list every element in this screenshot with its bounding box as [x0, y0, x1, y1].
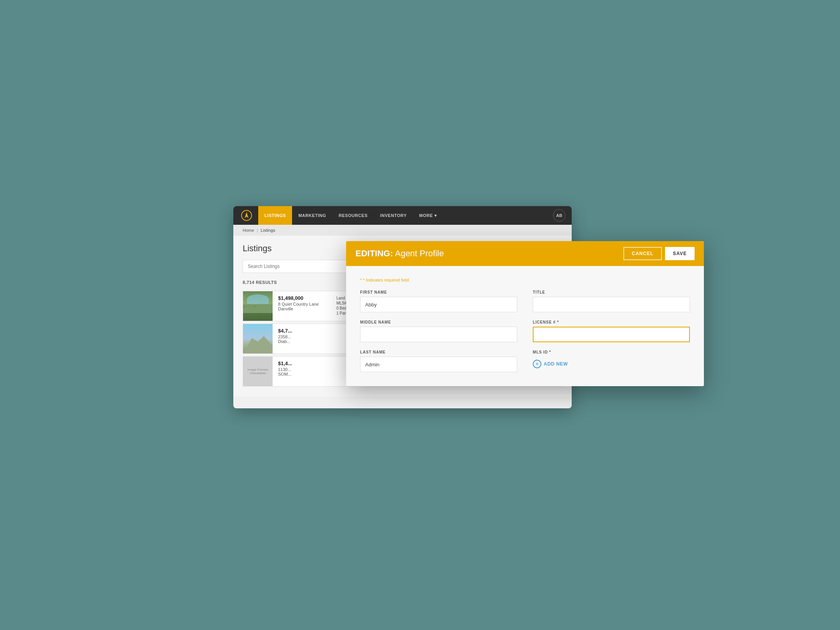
edit-header: EDITING: Agent Profile CANCEL SAVE	[346, 241, 704, 266]
nav-inventory[interactable]: INVENTORY	[374, 206, 413, 225]
user-avatar[interactable]: AB	[553, 209, 565, 222]
first-name-input[interactable]	[360, 297, 517, 312]
title-label: TITLE	[533, 290, 690, 294]
edit-header-buttons: CANCEL SAVE	[623, 247, 695, 260]
license-group: LICENSE # *	[533, 320, 690, 342]
middle-name-group: MIDDLE NAME	[360, 320, 517, 342]
edit-title: EDITING: Agent Profile	[355, 248, 444, 259]
navbar: LISTINGS MARKETING RESOURCES INVENTORY M…	[233, 206, 572, 225]
listing-image-1	[243, 291, 273, 321]
breadcrumb: Home | Listings	[233, 225, 572, 236]
nav-resources[interactable]: RESOURCES	[332, 206, 374, 225]
cancel-button[interactable]: CANCEL	[623, 247, 662, 260]
listing-address-1: $1,498,000 8 Quiet Country Lane Danville	[278, 295, 329, 317]
listing-street-2: 2358...	[278, 334, 329, 339]
last-name-label: LAST NAME	[360, 350, 517, 354]
listing-city-1: Danville	[278, 306, 329, 311]
add-new-icon: +	[533, 360, 541, 368]
mls-id-group: MLS ID * + ADD NEW	[533, 350, 690, 372]
last-name-group: LAST NAME	[360, 350, 517, 372]
license-input[interactable]	[533, 327, 690, 342]
nav-marketing[interactable]: MARKETING	[292, 206, 332, 225]
breadcrumb-home[interactable]: Home	[243, 228, 254, 233]
title-group: TITLE	[533, 290, 690, 312]
listing-address-2: $4,7... 2358... Diab...	[278, 328, 329, 350]
edit-body: * * Indicates required field FIRST NAME …	[346, 266, 704, 386]
svg-marker-1	[245, 212, 248, 218]
listing-price-1: $1,498,000	[278, 295, 329, 301]
last-name-input[interactable]	[360, 357, 517, 372]
required-note: * * Indicates required field	[360, 278, 690, 282]
listing-street-3: 1130...	[278, 367, 329, 372]
first-name-label: FIRST NAME	[360, 290, 517, 294]
add-new-button[interactable]: + ADD NEW	[533, 360, 690, 368]
save-button[interactable]: SAVE	[665, 247, 695, 260]
license-label: LICENSE # *	[533, 320, 690, 324]
middle-name-input[interactable]	[360, 327, 517, 342]
edit-agent-profile-window: EDITING: Agent Profile CANCEL SAVE * * I…	[346, 241, 704, 386]
breadcrumb-separator: |	[257, 228, 258, 233]
listing-price-3: $1,4...	[278, 360, 329, 366]
listing-street-1: 8 Quiet Country Lane	[278, 302, 329, 306]
listing-price-2: $4,7...	[278, 328, 329, 334]
breadcrumb-current: Listings	[261, 228, 275, 233]
listing-image-2	[243, 324, 273, 354]
listing-city-2: Diab...	[278, 339, 329, 344]
form-grid: FIRST NAME TITLE MIDDLE NAME LICENSE # *	[360, 290, 690, 372]
screen: LISTINGS MARKETING RESOURCES INVENTORY M…	[233, 206, 607, 424]
listing-city-3: SOM...	[278, 372, 329, 376]
middle-name-label: MIDDLE NAME	[360, 320, 517, 324]
listing-address-3: $1,4... 1130... SOM...	[278, 360, 329, 382]
listing-image-3: Image PreviewUnavailable	[243, 357, 273, 386]
logo[interactable]	[240, 208, 254, 222]
first-name-group: FIRST NAME	[360, 290, 517, 312]
results-count: 8,714 RESULTS	[243, 280, 277, 285]
mls-id-label: MLS ID *	[533, 350, 690, 354]
nav-listings[interactable]: LISTINGS	[258, 206, 292, 225]
nav-more[interactable]: MORE ▾	[413, 206, 443, 225]
title-input[interactable]	[533, 297, 690, 312]
add-new-text: ADD NEW	[544, 361, 568, 367]
